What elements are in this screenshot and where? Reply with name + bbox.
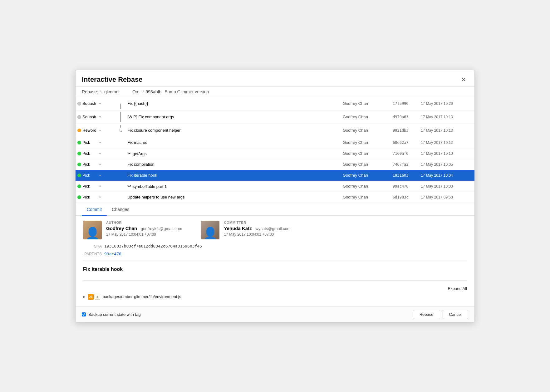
squash-line-cell bbox=[116, 159, 125, 170]
author-name-row: Godfrey Chan godfreykfc@gmail.com bbox=[106, 226, 182, 231]
tab-bar: Commit Changes bbox=[76, 204, 474, 216]
hash-cell: 1931603 bbox=[390, 170, 418, 181]
tab-commit[interactable]: Commit bbox=[82, 204, 107, 216]
file-path: packages/ember-glimmer/lib/environment.j… bbox=[103, 294, 181, 299]
hash-cell: 60e62a7 bbox=[390, 137, 418, 148]
committer-name: Yehuda Katz bbox=[224, 226, 252, 231]
action-dot bbox=[77, 195, 81, 199]
tab-changes[interactable]: Changes bbox=[107, 204, 134, 216]
author-cell: Godfrey Chan bbox=[340, 137, 390, 148]
hash-cell: 9921db3 bbox=[390, 124, 418, 137]
commit-message: Fix iterable hook bbox=[83, 265, 467, 276]
date-cell: 17 May 2017 10:13 bbox=[418, 124, 474, 137]
action-chevron[interactable]: ▾ bbox=[99, 163, 101, 166]
close-button[interactable]: ✕ bbox=[459, 75, 468, 84]
commit-list[interactable]: Squash ▾ Fix {{hash}} Godfrey Chan 17f59… bbox=[76, 97, 474, 203]
author-cell: Godfrey Chan bbox=[340, 203, 390, 203]
cancel-button[interactable]: Cancel bbox=[443, 310, 468, 319]
author-role-label: AUTHOR bbox=[106, 221, 182, 224]
message-cell: Fix iterable hook bbox=[125, 170, 340, 181]
dialog-footer: Backup current state with tag Rebase Can… bbox=[76, 306, 474, 322]
committer-email: wycats@gmail.com bbox=[256, 226, 291, 231]
table-row[interactable]: Drop ▾ These are built-in now Godfrey Ch… bbox=[76, 203, 474, 203]
action-chevron[interactable]: ▾ bbox=[99, 102, 101, 105]
message-cell: ✂symbolTable part 1 bbox=[125, 181, 340, 192]
parents-link[interactable]: 99ac470 bbox=[104, 252, 121, 256]
action-chevron[interactable]: ▾ bbox=[99, 129, 101, 132]
table-row[interactable]: Pick ▾ Fix compilation Godfrey Chan 7467… bbox=[76, 159, 474, 170]
action-chevron[interactable]: ▾ bbox=[99, 141, 101, 144]
table-row[interactable]: Squash ▾ Fix {{hash}} Godfrey Chan 17f59… bbox=[76, 97, 474, 110]
backup-checkbox[interactable] bbox=[82, 312, 86, 316]
footer-buttons: Rebase Cancel bbox=[413, 310, 468, 319]
backup-label: Backup current state with tag bbox=[88, 312, 141, 317]
action-label: Squash bbox=[82, 115, 97, 119]
table-row[interactable]: Pick ▾ ✂symbolTable part 1 Godfrey Chan … bbox=[76, 181, 474, 192]
action-chevron[interactable]: ▾ bbox=[99, 115, 101, 119]
rebase-on: On: ⑂ 993abfb Bump Glimmer version bbox=[132, 89, 209, 94]
rebase-button[interactable]: Rebase bbox=[413, 310, 440, 319]
parents-row: PARENTS 99ac470 bbox=[83, 252, 467, 256]
squash-line-cell bbox=[116, 148, 125, 159]
hash-cell: 17f5990 bbox=[390, 97, 418, 110]
date-cell: 17 May 2017 10:05 bbox=[418, 159, 474, 170]
table-row[interactable]: Squash ▾ [WIP] Fix component args Godfre… bbox=[76, 110, 474, 124]
squash-line-cell bbox=[116, 170, 125, 181]
author-info: AUTHOR Godfrey Chan godfreykfc@gmail.com… bbox=[106, 221, 182, 237]
rebase-branch: Rebase: ⑂ glimmer bbox=[82, 89, 120, 94]
message-cell: Fix closure component helper bbox=[125, 124, 340, 137]
message-cell: Fix compilation bbox=[125, 159, 340, 170]
branch-name: glimmer bbox=[104, 89, 120, 94]
message-cell: Fix {{hash}} bbox=[125, 97, 340, 110]
squash-line-cell bbox=[116, 192, 125, 203]
date-cell: 17 May 2017 09:58 bbox=[418, 192, 474, 203]
branch-icon: ⑂ bbox=[100, 89, 102, 94]
action-chevron[interactable]: ▾ bbox=[99, 195, 101, 199]
on-hash: 993abfb bbox=[146, 89, 162, 94]
expand-all-button[interactable]: Expand All bbox=[448, 286, 467, 291]
action-chevron[interactable]: ▾ bbox=[99, 152, 101, 155]
action-cell: Pick ▾ bbox=[76, 137, 116, 148]
squash-line-cell bbox=[116, 110, 125, 124]
author-cell: Godfrey Chan bbox=[340, 170, 390, 181]
backup-check: Backup current state with tag bbox=[82, 312, 141, 317]
action-dot bbox=[77, 141, 81, 145]
action-dot bbox=[77, 152, 81, 155]
table-row[interactable]: Pick ▾ Fix iterable hook Godfrey Chan 19… bbox=[76, 170, 474, 181]
commit-table: Squash ▾ Fix {{hash}} Godfrey Chan 17f59… bbox=[76, 97, 474, 203]
date-cell: 17 May 2017 10:13 bbox=[418, 110, 474, 124]
parents-label: PARENTS bbox=[83, 252, 102, 256]
committer-info: COMMITTER Yehuda Katz wycats@gmail.com 1… bbox=[224, 221, 290, 237]
action-chevron[interactable]: ▾ bbox=[99, 174, 101, 177]
table-row[interactable]: Reword ▾ ↳ Fix closure component helper … bbox=[76, 124, 474, 137]
author-email: godfreykfc@gmail.com bbox=[141, 226, 182, 231]
message-cell: Fix macros bbox=[125, 137, 340, 148]
file-expand-arrow[interactable]: ▶ bbox=[83, 295, 86, 298]
message-cell: These are built-in now bbox=[125, 203, 340, 203]
table-row[interactable]: Pick ▾ Fix macros Godfrey Chan 60e62a7 1… bbox=[76, 137, 474, 148]
hash-cell: 7160af0 bbox=[390, 148, 418, 159]
action-chevron[interactable]: ▾ bbox=[99, 184, 101, 188]
action-cell: Squash ▾ bbox=[76, 110, 116, 124]
squash-line-cell bbox=[116, 203, 125, 203]
expand-all-row: Expand All bbox=[83, 285, 467, 292]
on-hash-icon: ⑂ bbox=[141, 89, 144, 94]
committer-block: 👤 COMMITTER Yehuda Katz wycats@gmail.com… bbox=[201, 221, 290, 239]
rebase-info-bar: Rebase: ⑂ glimmer On: ⑂ 993abfb Bump Gli… bbox=[76, 87, 474, 97]
file-list-item: ▶ JS ± packages/ember-glimmer/lib/enviro… bbox=[83, 292, 467, 301]
date-cell: 17 May 2017 10:26 bbox=[418, 97, 474, 110]
divider-1 bbox=[83, 261, 467, 261]
table-row[interactable]: Pick ▾ Update helpers to use new args Go… bbox=[76, 192, 474, 203]
hash-cell: 99ac470 bbox=[390, 181, 418, 192]
action-label: Squash bbox=[82, 101, 97, 106]
action-cell: Drop ▾ bbox=[76, 203, 116, 203]
author-committer-row: 👤 AUTHOR Godfrey Chan godfreykfc@gmail.c… bbox=[83, 221, 467, 239]
commit-panel: 👤 AUTHOR Godfrey Chan godfreykfc@gmail.c… bbox=[76, 216, 474, 306]
hash-cell: a574dee bbox=[390, 203, 418, 203]
committer-name-row: Yehuda Katz wycats@gmail.com bbox=[224, 226, 290, 231]
hash-cell: 7467fa2 bbox=[390, 159, 418, 170]
action-cell: Pick ▾ bbox=[76, 159, 116, 170]
table-row[interactable]: Pick ▾ ✂getArgs Godfrey Chan 7160af0 17 … bbox=[76, 148, 474, 159]
divider-2 bbox=[83, 280, 467, 281]
committer-avatar: 👤 bbox=[201, 221, 219, 239]
